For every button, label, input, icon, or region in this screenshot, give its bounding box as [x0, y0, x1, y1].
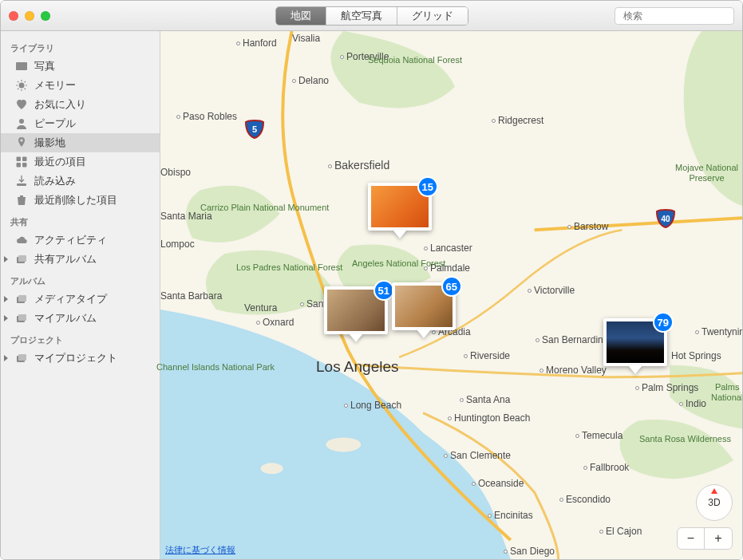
sidebar-item-photos[interactable]: 写真 [1, 57, 160, 76]
svg-rect-3 [17, 157, 22, 162]
photo-cluster[interactable]: 15 [368, 183, 432, 231]
section-projects-title: プロジェクト [1, 328, 160, 349]
sidebar-item-label: マイアルバム [34, 311, 97, 325]
svg-point-17 [326, 437, 361, 452]
sidebar-item-label: 写真 [34, 59, 55, 73]
recents-icon [15, 156, 28, 168]
sidebar-item-label: お気に入り [34, 97, 86, 112]
sidebar-item-deleted[interactable]: 最近削除した項目 [1, 191, 160, 210]
fullscreen-window-button[interactable] [41, 11, 50, 21]
svg-rect-13 [18, 314, 26, 321]
svg-rect-0 [16, 62, 27, 70]
svg-point-1 [19, 83, 25, 89]
sidebar: ライブラリ 写真 メモリー お気に入り ピープル 撮影地 最近の項目 [1, 31, 160, 559]
svg-rect-4 [22, 157, 27, 162]
compass-3d-button[interactable]: 3D [696, 484, 733, 521]
import-icon [15, 175, 28, 187]
sidebar-item-recents[interactable]: 最近の項目 [1, 152, 160, 172]
sidebar-item-shared-albums[interactable]: 共有アルバム [1, 250, 160, 269]
sidebar-item-my-projects[interactable]: マイプロジェクト [1, 349, 160, 368]
interstate-shield-icon: 5 [244, 119, 265, 140]
sidebar-item-label: 最近の項目 [34, 155, 86, 169]
sidebar-item-label: ピープル [34, 116, 76, 131]
sidebar-item-label: 撮影地 [34, 136, 65, 150]
photo-cluster[interactable]: 65 [392, 282, 456, 330]
sidebar-item-label: 最近削除した項目 [34, 193, 117, 207]
interstate-shield-icon: 40 [655, 208, 676, 229]
section-shared-title: 共有 [1, 210, 160, 231]
close-window-button[interactable] [9, 11, 18, 21]
disclosure-triangle-icon[interactable] [4, 256, 8, 262]
sidebar-item-label: 共有アルバム [34, 252, 97, 266]
places-map[interactable]: Los Angeles Bakersfield Riverside Long B… [160, 31, 742, 559]
svg-rect-15 [18, 354, 26, 361]
heart-icon [15, 98, 28, 111]
stack-icon [15, 293, 28, 306]
sidebar-item-label: メモリー [34, 78, 76, 93]
svg-rect-9 [18, 255, 26, 262]
zoom-control: − + [677, 527, 733, 550]
cluster-count-badge: 65 [441, 276, 462, 297]
cloud-icon [15, 234, 28, 246]
photos-window: 地図 航空写真 グリッド ライブラリ 写真 メモリー お気に入り ピープル [0, 0, 743, 560]
cluster-count-badge: 79 [653, 312, 674, 333]
svg-rect-7 [17, 183, 26, 186]
window-controls [9, 11, 50, 21]
view-grid-tab[interactable]: グリッド [397, 7, 468, 25]
sidebar-item-label: アクティビティ [34, 233, 107, 247]
photos-icon [15, 60, 28, 73]
sidebar-item-imports[interactable]: 読み込み [1, 172, 160, 191]
svg-rect-6 [22, 163, 27, 168]
sidebar-item-label: メディアタイプ [34, 292, 107, 306]
sidebar-item-favorites[interactable]: お気に入り [1, 95, 160, 114]
sidebar-item-people[interactable]: ピープル [1, 114, 160, 133]
zoom-in-button[interactable]: + [705, 528, 732, 549]
zoom-out-button[interactable]: − [678, 528, 705, 549]
stack-icon [15, 253, 28, 266]
trash-icon [15, 194, 28, 207]
disclosure-triangle-icon[interactable] [4, 355, 8, 361]
svg-text:5: 5 [252, 124, 257, 134]
people-icon [15, 117, 28, 130]
cluster-count-badge: 15 [417, 176, 438, 197]
stack-icon [15, 352, 28, 365]
search-field[interactable] [615, 7, 734, 25]
svg-text:40: 40 [661, 215, 670, 223]
section-albums-title: アルバム [1, 269, 160, 290]
search-input[interactable] [623, 10, 743, 22]
map-controls: 3D − + [677, 484, 733, 550]
stack-icon [15, 312, 28, 325]
svg-point-2 [19, 119, 24, 124]
view-satellite-tab[interactable]: 航空写真 [326, 7, 397, 25]
memories-icon [15, 79, 28, 92]
sidebar-item-places[interactable]: 撮影地 [1, 133, 160, 152]
disclosure-triangle-icon[interactable] [4, 315, 8, 321]
photo-cluster[interactable]: 51 [324, 286, 388, 334]
sidebar-item-my-albums[interactable]: マイアルバム [1, 309, 160, 328]
photo-cluster[interactable]: 79 [603, 318, 667, 366]
places-pin-icon [15, 136, 28, 149]
titlebar: 地図 航空写真 グリッド [1, 1, 742, 31]
sidebar-item-label: マイプロジェクト [34, 351, 117, 365]
minimize-window-button[interactable] [25, 11, 34, 21]
disclosure-triangle-icon[interactable] [4, 296, 8, 302]
legal-link[interactable]: 法律に基づく情報 [165, 544, 235, 556]
sidebar-item-memories[interactable]: メモリー [1, 76, 160, 95]
svg-rect-11 [18, 295, 26, 302]
svg-point-18 [261, 463, 283, 474]
sidebar-item-activity[interactable]: アクティビティ [1, 231, 160, 250]
sidebar-item-media-types[interactable]: メディアタイプ [1, 290, 160, 309]
section-library-title: ライブラリ [1, 36, 160, 57]
svg-rect-5 [17, 163, 22, 168]
view-mode-segmented: 地図 航空写真 グリッド [275, 6, 468, 26]
view-map-tab[interactable]: 地図 [276, 7, 326, 25]
sidebar-item-label: 読み込み [34, 174, 76, 188]
